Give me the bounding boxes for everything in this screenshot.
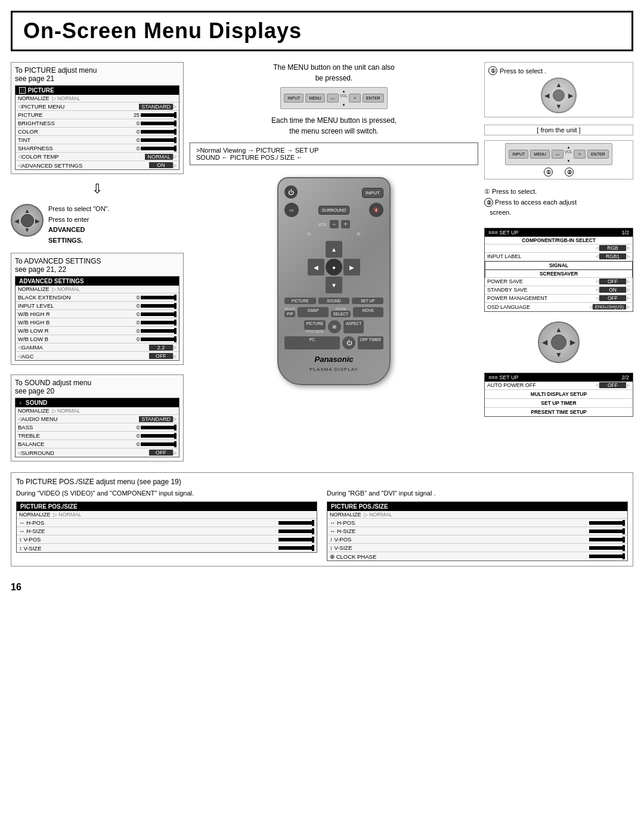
flow-diagram: >Normal Viewing → PICTURE → SET UP SOUND… — [190, 143, 478, 165]
signal-section: SIGNAL — [485, 261, 633, 270]
sound-menu-box: To SOUND adjust menu see page 20 ♪ SOUND… — [11, 374, 184, 462]
setup-row-rgb: ◁ RGB ▷ — [485, 244, 633, 253]
dpad-center[interactable]: ● — [326, 259, 342, 275]
dpad-right[interactable]: ▶ — [343, 259, 360, 275]
input-btn[interactable]: INPUT — [284, 94, 304, 103]
vol-plus-remote[interactable]: + — [341, 220, 350, 228]
right-vol-plus[interactable]: + — [574, 150, 586, 159]
right-button-panel: INPUT MENU ▲ — VOL + ▼ ENTER — [505, 143, 612, 165]
brightness-slider — [141, 122, 177, 125]
right-enter-btn[interactable]: ENTER — [587, 150, 609, 159]
vol-group: ▲ — VOL + ▼ — [327, 89, 361, 107]
aspect-btn[interactable]: ASPECT — [343, 320, 364, 333]
picture-menu-row-5: TINT 0 — [16, 136, 179, 144]
menu-btn[interactable]: MENU — [305, 94, 325, 103]
vol-minus-btn[interactable]: — — [327, 94, 339, 103]
sound-row-1: ◁ AUDIO MENU STANDARD ▷ — [16, 415, 179, 423]
pp-row-hpos-1: ↔ H-POS — [17, 519, 317, 527]
input-level-slider — [141, 304, 177, 308]
sound-menu-label: To SOUND adjust menu see page 20 — [15, 379, 179, 395]
circle-2-desc: ② — [484, 198, 493, 207]
vol-plus-btn[interactable]: + — [349, 94, 361, 103]
right-vol-group: ▲ — VOL + ▼ — [552, 145, 586, 163]
pp-row-vpos-2: ↕ V-POS — [327, 535, 627, 544]
pip-btn[interactable]: PIP — [284, 311, 295, 317]
adv-row-5: W/B LOW R 0 — [16, 327, 179, 335]
left-column: To PICTURE adjust menu see page 21 □ PIC… — [11, 62, 184, 462]
picture-menu-row-1: ◁ PICTURE MENU STANDARD ▷ — [16, 103, 179, 111]
mute-button[interactable]: 🔇 — [369, 203, 383, 217]
dpad-empty-br — [343, 277, 360, 293]
aspect-circle-btn[interactable]: ⊕ — [328, 320, 341, 333]
dpad-left[interactable]: ◀ — [308, 259, 324, 275]
dpad-up[interactable]: ▲ — [326, 241, 342, 258]
select-btn[interactable]: SELECT — [331, 311, 351, 317]
right-joystick-inner-bottom — [551, 335, 566, 350]
sound-menu-title: ♪ SOUND — [16, 398, 179, 407]
surround-btn[interactable]: SURROUND — [318, 206, 349, 215]
joystick-left: ▲ ▼ ◀ ▶ — [11, 204, 44, 237]
sound-row-2: BASS 0 — [16, 423, 179, 432]
adv-normalize-row: NORMALIZE ▷ NORMAL — [16, 286, 179, 293]
setup-header-2: ≡≡≡ SET UP 2/2 — [485, 373, 633, 382]
swap-btn[interactable]: SWAP — [298, 307, 328, 317]
right-input-btn[interactable]: INPUT — [509, 150, 528, 159]
remote-top: ⏻ INPUT — [284, 185, 383, 200]
enter-btn[interactable]: ENTER — [363, 94, 384, 103]
pc-btn[interactable]: PC — [284, 336, 340, 349]
tint-slider — [141, 138, 177, 142]
pos-aspect-row: PICTURE POS./SIZE ⊕ ASPECT — [284, 320, 383, 333]
pp-row-vpos-1: ↕ V-POS — [17, 535, 317, 544]
move-btn[interactable]: MOVE — [353, 307, 383, 317]
input-remote-btn[interactable]: INPUT — [362, 188, 383, 198]
top-section: To PICTURE adjust menu see page 21 □ PIC… — [11, 62, 633, 462]
remote-model: PLASMA DISPLAY — [309, 367, 358, 372]
treble-slider — [141, 434, 177, 438]
picture-pos-menu-2: PICTURE POS./SIZE NORMALIZE ▷ NORMAL ↔ H… — [327, 501, 628, 561]
sharpness-slider — [141, 147, 177, 150]
pp-row-hsize-1: ↔ H-SIZE — [17, 527, 317, 535]
picture-remote-btn[interactable]: PICTURE — [284, 298, 316, 304]
menu-note: The MENU button on the unit can also be … — [273, 62, 394, 83]
press-select-section: ① Press to select . ▲ ▼ ◀ ▶ — [484, 62, 633, 117]
vpos-slider-2 — [589, 538, 625, 541]
circle-labels-row: ① ② — [544, 168, 574, 176]
adv-row-8: ◁ AGC OFF ▷ — [16, 352, 179, 360]
sound-row-5: ◁ SURROUND OFF ▷ — [16, 448, 179, 457]
wb-low-b-slider — [141, 337, 177, 341]
right-menu-btn[interactable]: MENU — [530, 150, 550, 159]
adv-row-7: ◁ GAMMA 2.2 ▷ — [16, 343, 179, 352]
menu-switch-note: Each time the MENU button is pressed, th… — [271, 115, 397, 137]
color-slider — [141, 130, 177, 134]
vol-minus-remote[interactable]: − — [330, 220, 339, 228]
hsize-slider-1 — [278, 529, 314, 533]
dpad-empty-tl — [308, 241, 324, 258]
power-button[interactable]: ⏻ — [284, 185, 298, 199]
advanced-settings-menu: ADVANCED SETTINGS NORMALIZE ▷ NORMAL BLA… — [15, 276, 179, 361]
surround-row: cc SURROUND 🔇 — [284, 203, 383, 217]
remote-brand: Panasonic — [314, 355, 353, 364]
off-timer-btn[interactable]: OFF TIMER — [358, 336, 383, 349]
picture-menu-row-4: COLOR 0 — [16, 128, 179, 136]
dpad-down[interactable]: ▼ — [326, 277, 342, 293]
setup-row-power-save: POWER SAVE ◁ OFF ▷ — [485, 278, 633, 286]
right-vol-minus[interactable]: — — [552, 150, 564, 159]
bottom-col-1: During "VIDEO (S VIDEO)" and "COMPONENT"… — [16, 490, 317, 561]
bottom-col1-label: During "VIDEO (S VIDEO)" and "COMPONENT"… — [16, 490, 317, 497]
nr-labels: N R — [284, 231, 383, 237]
picture-pos-menu-1: PICTURE POS./SIZE NORMALIZE ▷ NORMAL ↔ H… — [16, 501, 317, 553]
setup-row-osd: OSD LANGUAGE ◁ ENGLISH(US) ▷ — [485, 303, 633, 311]
setup-remote-btn[interactable]: SET UP — [352, 298, 383, 304]
main-content: To PICTURE adjust menu see page 21 □ PIC… — [0, 62, 644, 577]
vol-row-remote: VOL − + — [318, 220, 351, 228]
sound-menu: ♪ SOUND NORMALIZE ▷ NORMAL ◁ AUDIO MENU … — [15, 398, 179, 457]
button-panel-unit: INPUT MENU ▲ — VOL + ▼ ENTER — [280, 87, 387, 109]
sound-remote-btn[interactable]: SOUND — [318, 298, 350, 304]
cc-button[interactable]: cc — [284, 203, 299, 217]
clock-slider-2 — [589, 555, 625, 558]
right-joystick-inner — [553, 89, 565, 101]
picture-pos-btn[interactable]: PICTURE — [304, 320, 326, 330]
normalize-row-picture: NORMALIZE ▷ NORMAL — [16, 95, 179, 103]
right-joystick-bottom: ▲ ▼ ◀ ▶ — [538, 321, 580, 363]
bottom-section: To PICTURE POS./SIZE adjust menu (see pa… — [11, 472, 633, 566]
